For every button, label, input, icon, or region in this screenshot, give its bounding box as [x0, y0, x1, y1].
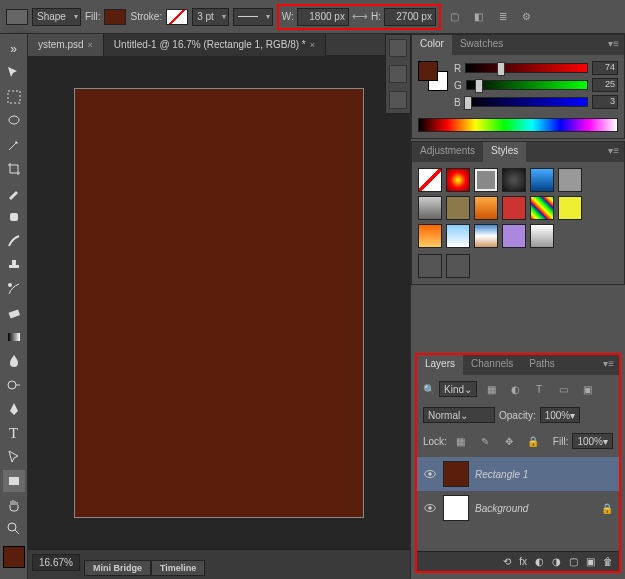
style-swatch[interactable]	[418, 196, 442, 220]
layer-name[interactable]: Background	[475, 503, 528, 514]
document-tab-2[interactable]: Untitled-1 @ 16.7% (Rectangle 1, RGB/8) …	[104, 34, 326, 56]
layer-row[interactable]: Background 🔒	[417, 491, 619, 525]
timeline-tab[interactable]: Timeline	[151, 560, 205, 576]
wand-tool-icon[interactable]	[3, 134, 25, 156]
eraser-tool-icon[interactable]	[3, 302, 25, 324]
gear-icon[interactable]: ⚙	[517, 7, 537, 27]
align-edges-icon[interactable]: ▢	[445, 7, 465, 27]
zoom-tool-icon[interactable]	[3, 518, 25, 540]
style-swatch[interactable]	[502, 224, 526, 248]
type-tool-icon[interactable]: T	[3, 422, 25, 444]
panel-menu-icon[interactable]: ▾≡	[603, 142, 624, 162]
style-swatch[interactable]	[530, 196, 554, 220]
fg-color-swatch[interactable]	[418, 61, 438, 81]
path-arrangement-icon[interactable]: ≣	[493, 7, 513, 27]
trash-icon[interactable]: 🗑	[603, 556, 613, 567]
fill-swatch[interactable]	[104, 9, 126, 25]
style-swatch[interactable]	[530, 224, 554, 248]
style-swatch[interactable]	[446, 254, 470, 278]
layer-name[interactable]: Rectangle 1	[475, 469, 528, 480]
link-layers-icon[interactable]: ⟲	[503, 556, 511, 567]
paths-tab[interactable]: Paths	[521, 355, 563, 375]
stroke-swatch[interactable]	[166, 9, 188, 25]
healing-tool-icon[interactable]	[3, 206, 25, 228]
swatches-tab[interactable]: Swatches	[452, 35, 511, 55]
close-icon[interactable]: ×	[88, 40, 93, 50]
layer-thumbnail[interactable]	[443, 461, 469, 487]
style-swatch[interactable]	[474, 168, 498, 192]
style-swatch[interactable]	[474, 196, 498, 220]
stamp-tool-icon[interactable]	[3, 254, 25, 276]
shape-mode-dropdown[interactable]: Shape	[32, 8, 81, 26]
layers-tab[interactable]: Layers	[417, 355, 463, 375]
layer-filter-dropdown[interactable]: Kind ⌄	[439, 381, 477, 397]
mini-bridge-tab[interactable]: Mini Bridge	[84, 560, 151, 576]
style-swatch[interactable]	[418, 254, 442, 278]
brush-tool-icon[interactable]	[3, 230, 25, 252]
style-swatch[interactable]	[558, 196, 582, 220]
foreground-color-swatch[interactable]	[3, 546, 25, 568]
rectangle-shape[interactable]	[75, 89, 363, 517]
b-value[interactable]: 3	[592, 95, 618, 109]
stroke-width-dropdown[interactable]: 3 pt	[192, 8, 229, 26]
style-swatch[interactable]	[446, 224, 470, 248]
collapsed-panel-icon[interactable]	[389, 65, 407, 83]
path-select-tool-icon[interactable]	[3, 446, 25, 468]
pen-tool-icon[interactable]	[3, 398, 25, 420]
lasso-tool-icon[interactable]	[3, 110, 25, 132]
adjustment-icon[interactable]: ◑	[552, 556, 561, 567]
crop-tool-icon[interactable]	[3, 158, 25, 180]
filter-image-icon[interactable]: ▦	[481, 379, 501, 399]
style-swatch[interactable]	[502, 196, 526, 220]
lock-position-icon[interactable]: ✥	[499, 431, 519, 451]
mask-icon[interactable]: ◐	[535, 556, 544, 567]
document-tab-1[interactable]: ystem.psd×	[28, 34, 104, 56]
visibility-icon[interactable]	[423, 501, 437, 515]
b-slider[interactable]	[465, 97, 588, 107]
lock-pixels-icon[interactable]: ✎	[475, 431, 495, 451]
style-swatch[interactable]	[558, 168, 582, 192]
path-operations-icon[interactable]: ◧	[469, 7, 489, 27]
eyedropper-tool-icon[interactable]	[3, 182, 25, 204]
zoom-field[interactable]: 16.67%	[32, 554, 80, 571]
search-icon[interactable]: 🔍	[423, 384, 435, 395]
rectangle-tool-icon[interactable]	[3, 470, 25, 492]
canvas-viewport[interactable]	[28, 56, 410, 549]
g-value[interactable]: 25	[592, 78, 618, 92]
filter-shape-icon[interactable]: ▭	[553, 379, 573, 399]
style-swatch[interactable]	[502, 168, 526, 192]
height-input[interactable]: 2700 px	[384, 8, 436, 26]
filter-type-icon[interactable]: T	[529, 379, 549, 399]
style-swatch[interactable]	[446, 168, 470, 192]
style-swatch[interactable]	[474, 224, 498, 248]
opacity-field[interactable]: 100% ▾	[540, 407, 581, 423]
fx-icon[interactable]: fx	[519, 556, 527, 567]
panel-menu-icon[interactable]: ▾≡	[598, 355, 619, 375]
fill-opacity-field[interactable]: 100% ▾	[572, 433, 613, 449]
blur-tool-icon[interactable]	[3, 350, 25, 372]
tab-toggle-icon[interactable]: »	[3, 38, 25, 60]
channels-tab[interactable]: Channels	[463, 355, 521, 375]
color-tab[interactable]: Color	[412, 35, 452, 55]
layer-thumbnail[interactable]	[443, 495, 469, 521]
lock-transparency-icon[interactable]: ▦	[451, 431, 471, 451]
style-swatch[interactable]	[418, 168, 442, 192]
hand-tool-icon[interactable]	[3, 494, 25, 516]
canvas[interactable]	[74, 88, 364, 518]
layer-row[interactable]: Rectangle 1	[417, 457, 619, 491]
r-slider[interactable]	[465, 63, 588, 73]
style-swatch[interactable]	[530, 168, 554, 192]
group-icon[interactable]: ▢	[569, 556, 578, 567]
panel-menu-icon[interactable]: ▾≡	[603, 35, 624, 55]
visibility-icon[interactable]	[423, 467, 437, 481]
gradient-tool-icon[interactable]	[3, 326, 25, 348]
blend-mode-dropdown[interactable]: Normal ⌄	[423, 407, 495, 423]
stroke-style-dropdown[interactable]	[233, 8, 273, 26]
r-value[interactable]: 74	[592, 61, 618, 75]
marquee-tool-icon[interactable]	[3, 86, 25, 108]
dodge-tool-icon[interactable]	[3, 374, 25, 396]
collapsed-panel-icon[interactable]	[389, 91, 407, 109]
collapsed-panel-icon[interactable]	[389, 39, 407, 57]
lock-all-icon[interactable]: 🔒	[523, 431, 543, 451]
filter-smart-icon[interactable]: ▣	[577, 379, 597, 399]
